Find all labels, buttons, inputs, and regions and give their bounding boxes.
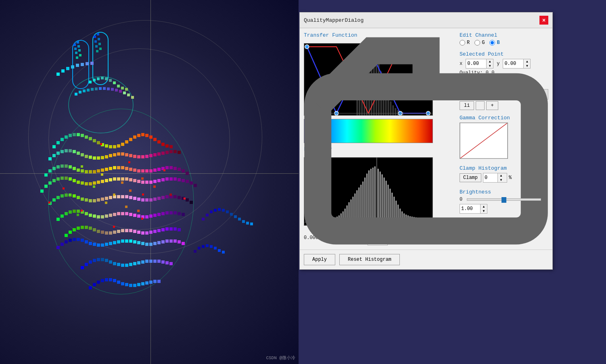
svg-rect-81: [165, 144, 169, 148]
svg-rect-21: [97, 33, 99, 35]
svg-rect-273: [121, 229, 124, 232]
svg-rect-182: [161, 178, 165, 181]
svg-rect-129: [97, 169, 100, 173]
svg-rect-275: [129, 229, 132, 232]
svg-rect-34: [113, 81, 116, 84]
svg-rect-56: [65, 135, 68, 139]
svg-rect-345: [161, 240, 165, 243]
svg-point-2: [69, 77, 133, 133]
brightness-slider-thumb[interactable]: [502, 197, 506, 203]
svg-rect-403: [169, 193, 172, 196]
svg-rect-97: [105, 155, 108, 158]
svg-rect-20: [94, 35, 96, 38]
svg-rect-277: [137, 231, 140, 234]
svg-rect-347: [169, 239, 173, 243]
svg-rect-168: [105, 179, 108, 182]
svg-rect-123: [73, 167, 76, 170]
svg-rect-331: [105, 243, 108, 246]
svg-rect-281: [153, 230, 157, 233]
svg-rect-59: [77, 133, 80, 136]
svg-rect-256: [173, 211, 177, 214]
svg-rect-366: [141, 260, 144, 264]
svg-rect-334: [117, 240, 120, 243]
brightness-slider[interactable]: [467, 198, 541, 201]
svg-rect-201: [89, 199, 92, 202]
folder-open-icon: [300, 12, 552, 269]
svg-rect-93: [89, 156, 92, 159]
svg-rect-322: [69, 239, 72, 242]
svg-rect-327: [89, 242, 92, 245]
svg-rect-303: [202, 245, 205, 248]
svg-rect-37: [125, 88, 128, 91]
preset-open-btn[interactable]: [476, 101, 485, 110]
svg-rect-318: [141, 218, 143, 220]
svg-rect-341: [145, 243, 148, 246]
svg-rect-372: [165, 261, 169, 264]
svg-rect-103: [129, 154, 132, 157]
svg-rect-375: [93, 283, 96, 286]
svg-rect-246: [133, 214, 136, 217]
svg-rect-314: [81, 210, 83, 212]
svg-rect-262: [77, 227, 80, 230]
svg-rect-235: [89, 214, 92, 217]
svg-rect-128: [93, 170, 96, 173]
svg-rect-151: [186, 172, 189, 175]
svg-rect-101: [121, 152, 124, 156]
svg-rect-138: [133, 168, 136, 172]
svg-rect-343: [153, 242, 157, 245]
svg-rect-64: [97, 141, 100, 144]
svg-rect-363: [129, 263, 132, 266]
svg-rect-389: [149, 281, 153, 284]
svg-rect-336: [125, 239, 128, 243]
svg-rect-98: [109, 154, 112, 157]
svg-rect-244: [125, 212, 128, 215]
svg-rect-337: [129, 239, 132, 243]
svg-rect-383: [125, 283, 128, 286]
svg-rect-203: [97, 198, 100, 202]
svg-rect-115: [178, 151, 181, 154]
svg-rect-307: [218, 249, 221, 252]
svg-rect-127: [89, 170, 92, 173]
svg-rect-60: [81, 134, 84, 137]
svg-rect-290: [210, 210, 213, 213]
svg-rect-265: [89, 227, 92, 230]
svg-rect-268: [101, 231, 104, 234]
svg-rect-173: [125, 177, 128, 181]
svg-rect-94: [93, 156, 96, 160]
svg-rect-133: [113, 166, 116, 169]
svg-rect-332: [109, 242, 112, 245]
svg-rect-325: [81, 239, 84, 242]
svg-rect-353: [89, 260, 92, 264]
svg-rect-382: [121, 282, 124, 285]
svg-rect-306: [214, 247, 217, 250]
svg-rect-190: [194, 184, 197, 187]
svg-rect-175: [133, 179, 136, 182]
svg-rect-120: [61, 164, 64, 168]
svg-rect-360: [117, 263, 120, 266]
svg-rect-118: [52, 167, 56, 170]
svg-rect-40: [83, 89, 86, 92]
svg-rect-159: [69, 177, 72, 181]
svg-rect-291: [214, 209, 217, 212]
svg-rect-31: [101, 77, 104, 79]
svg-rect-398: [129, 189, 132, 192]
svg-rect-57: [69, 134, 72, 137]
svg-rect-252: [157, 213, 161, 216]
svg-rect-348: [173, 239, 177, 243]
svg-rect-260: [69, 231, 72, 234]
svg-rect-309: [100, 143, 102, 145]
svg-rect-8: [76, 64, 79, 67]
svg-rect-32: [105, 77, 108, 80]
svg-rect-106: [141, 155, 144, 158]
svg-rect-323: [73, 238, 76, 241]
svg-rect-342: [149, 243, 153, 246]
svg-rect-104: [133, 155, 136, 158]
svg-rect-102: [125, 153, 128, 156]
svg-rect-142: [149, 169, 153, 173]
svg-rect-58: [73, 133, 76, 136]
svg-rect-185: [173, 177, 177, 181]
svg-rect-380: [113, 279, 116, 282]
svg-rect-330: [101, 243, 104, 247]
svg-rect-143: [153, 168, 157, 172]
svg-rect-179: [149, 181, 153, 184]
